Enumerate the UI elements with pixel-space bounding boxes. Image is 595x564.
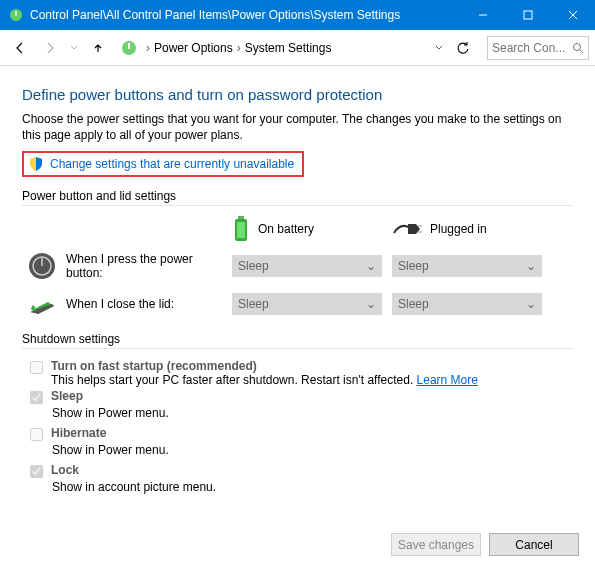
opt-lock: Lock [22, 463, 573, 478]
titlebar[interactable]: Control Panel\All Control Panel Items\Po… [0, 0, 595, 30]
content: Define power buttons and turn on passwor… [0, 66, 595, 510]
section-power-button: Power button and lid settings [22, 189, 573, 203]
chevron-down-icon: ⌄ [526, 259, 536, 273]
row-power-button: When I press the power button: [22, 252, 232, 280]
maximize-button[interactable] [505, 0, 550, 30]
hibernate-checkbox [30, 428, 43, 441]
breadcrumb[interactable]: › Power Options › System Settings [144, 41, 429, 55]
minimize-button[interactable] [460, 0, 505, 30]
footer: Save changes Cancel [391, 533, 579, 556]
section-shutdown: Shutdown settings [22, 332, 573, 346]
chevron-down-icon: ⌄ [366, 297, 376, 311]
intro-text: Choose the power settings that you want … [22, 111, 573, 143]
col-on-battery: On battery [232, 216, 392, 242]
search-box[interactable] [487, 36, 589, 60]
chevron-right-icon: › [237, 41, 241, 55]
change-settings-label: Change settings that are currently unava… [50, 157, 294, 171]
shield-icon [28, 156, 44, 172]
refresh-button[interactable] [449, 34, 477, 62]
lock-desc: Show in account picture menu. [52, 480, 573, 494]
power-button-plugged-dropdown[interactable]: Sleep⌄ [392, 255, 542, 277]
hibernate-desc: Show in Power menu. [52, 443, 573, 457]
svg-rect-12 [237, 222, 245, 238]
chevron-down-icon: ⌄ [366, 259, 376, 273]
row-close-lid: When I close the lid: [22, 290, 232, 318]
col-plugged-in: Plugged in [392, 221, 552, 237]
power-options-icon [8, 7, 24, 23]
learn-more-link[interactable]: Learn More [417, 373, 478, 387]
change-settings-link[interactable]: Change settings that are currently unava… [22, 151, 304, 177]
close-button[interactable] [550, 0, 595, 30]
divider [22, 348, 573, 349]
lid-plugged-dropdown[interactable]: Sleep⌄ [392, 293, 542, 315]
lock-checkbox [30, 465, 43, 478]
divider [22, 205, 573, 206]
chevron-down-icon: ⌄ [526, 297, 536, 311]
svg-rect-7 [128, 43, 130, 49]
battery-icon [232, 216, 250, 242]
page-title: Define power buttons and turn on passwor… [22, 86, 573, 103]
chevron-right-icon: › [146, 41, 150, 55]
svg-rect-1 [15, 11, 16, 16]
power-button-battery-dropdown[interactable]: Sleep⌄ [232, 255, 382, 277]
recent-dropdown[interactable] [66, 34, 82, 62]
power-options-icon [120, 39, 138, 57]
navbar: › Power Options › System Settings [0, 30, 595, 66]
cancel-button[interactable]: Cancel [489, 533, 579, 556]
plug-icon [392, 221, 422, 237]
laptop-lid-icon [28, 290, 56, 318]
svg-line-9 [580, 50, 583, 53]
sleep-checkbox [30, 391, 43, 404]
up-button[interactable] [84, 34, 112, 62]
svg-point-8 [574, 43, 581, 50]
opt-hibernate: Hibernate [22, 426, 573, 441]
save-button[interactable]: Save changes [391, 533, 481, 556]
back-button[interactable] [6, 34, 34, 62]
crumb-power-options[interactable]: Power Options [154, 41, 233, 55]
power-icon [28, 252, 56, 280]
crumb-system-settings[interactable]: System Settings [245, 41, 332, 55]
svg-rect-3 [524, 11, 532, 19]
svg-rect-10 [238, 216, 244, 219]
lid-battery-dropdown[interactable]: Sleep⌄ [232, 293, 382, 315]
opt-sleep: Sleep [22, 389, 573, 404]
window-title: Control Panel\All Control Panel Items\Po… [30, 8, 460, 22]
sleep-desc: Show in Power menu. [52, 406, 573, 420]
search-input[interactable] [492, 41, 568, 55]
fast-startup-checkbox [30, 361, 43, 374]
chevron-down-icon[interactable] [431, 34, 447, 62]
opt-fast-startup: Turn on fast startup (recommended) This … [22, 359, 573, 387]
forward-button[interactable] [36, 34, 64, 62]
search-icon [572, 42, 584, 54]
